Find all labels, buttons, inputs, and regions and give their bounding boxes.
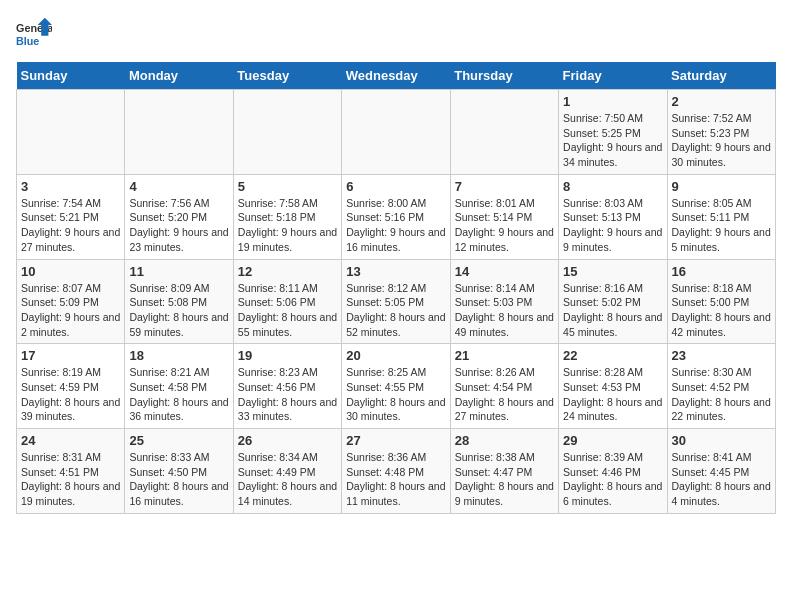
day-number: 5 bbox=[238, 179, 337, 194]
day-number: 20 bbox=[346, 348, 445, 363]
day-number: 15 bbox=[563, 264, 662, 279]
weekday-monday: Monday bbox=[125, 62, 233, 90]
day-info: Sunrise: 8:34 AM Sunset: 4:49 PM Dayligh… bbox=[238, 450, 337, 509]
day-number: 13 bbox=[346, 264, 445, 279]
weekday-friday: Friday bbox=[559, 62, 667, 90]
day-info: Sunrise: 7:56 AM Sunset: 5:20 PM Dayligh… bbox=[129, 196, 228, 255]
day-number: 30 bbox=[672, 433, 771, 448]
day-info: Sunrise: 8:26 AM Sunset: 4:54 PM Dayligh… bbox=[455, 365, 554, 424]
day-number: 19 bbox=[238, 348, 337, 363]
day-cell: 18Sunrise: 8:21 AM Sunset: 4:58 PM Dayli… bbox=[125, 344, 233, 429]
day-info: Sunrise: 8:41 AM Sunset: 4:45 PM Dayligh… bbox=[672, 450, 771, 509]
day-info: Sunrise: 8:14 AM Sunset: 5:03 PM Dayligh… bbox=[455, 281, 554, 340]
day-number: 14 bbox=[455, 264, 554, 279]
day-number: 22 bbox=[563, 348, 662, 363]
day-info: Sunrise: 8:19 AM Sunset: 4:59 PM Dayligh… bbox=[21, 365, 120, 424]
calendar-table: SundayMondayTuesdayWednesdayThursdayFrid… bbox=[16, 62, 776, 514]
weekday-saturday: Saturday bbox=[667, 62, 775, 90]
day-info: Sunrise: 8:39 AM Sunset: 4:46 PM Dayligh… bbox=[563, 450, 662, 509]
day-info: Sunrise: 8:21 AM Sunset: 4:58 PM Dayligh… bbox=[129, 365, 228, 424]
day-cell: 24Sunrise: 8:31 AM Sunset: 4:51 PM Dayli… bbox=[17, 429, 125, 514]
weekday-sunday: Sunday bbox=[17, 62, 125, 90]
day-cell: 19Sunrise: 8:23 AM Sunset: 4:56 PM Dayli… bbox=[233, 344, 341, 429]
day-info: Sunrise: 8:12 AM Sunset: 5:05 PM Dayligh… bbox=[346, 281, 445, 340]
weekday-header-row: SundayMondayTuesdayWednesdayThursdayFrid… bbox=[17, 62, 776, 90]
day-cell: 6Sunrise: 8:00 AM Sunset: 5:16 PM Daylig… bbox=[342, 174, 450, 259]
weekday-wednesday: Wednesday bbox=[342, 62, 450, 90]
day-info: Sunrise: 8:33 AM Sunset: 4:50 PM Dayligh… bbox=[129, 450, 228, 509]
header: GeneralBlue bbox=[16, 16, 776, 52]
day-number: 2 bbox=[672, 94, 771, 109]
day-cell bbox=[450, 90, 558, 175]
day-number: 9 bbox=[672, 179, 771, 194]
week-row-4: 17Sunrise: 8:19 AM Sunset: 4:59 PM Dayli… bbox=[17, 344, 776, 429]
day-number: 8 bbox=[563, 179, 662, 194]
day-cell: 30Sunrise: 8:41 AM Sunset: 4:45 PM Dayli… bbox=[667, 429, 775, 514]
day-info: Sunrise: 7:50 AM Sunset: 5:25 PM Dayligh… bbox=[563, 111, 662, 170]
day-number: 12 bbox=[238, 264, 337, 279]
day-info: Sunrise: 8:18 AM Sunset: 5:00 PM Dayligh… bbox=[672, 281, 771, 340]
day-cell: 2Sunrise: 7:52 AM Sunset: 5:23 PM Daylig… bbox=[667, 90, 775, 175]
day-number: 21 bbox=[455, 348, 554, 363]
day-cell: 22Sunrise: 8:28 AM Sunset: 4:53 PM Dayli… bbox=[559, 344, 667, 429]
day-cell: 17Sunrise: 8:19 AM Sunset: 4:59 PM Dayli… bbox=[17, 344, 125, 429]
day-cell: 12Sunrise: 8:11 AM Sunset: 5:06 PM Dayli… bbox=[233, 259, 341, 344]
day-number: 27 bbox=[346, 433, 445, 448]
day-cell: 9Sunrise: 8:05 AM Sunset: 5:11 PM Daylig… bbox=[667, 174, 775, 259]
day-cell: 5Sunrise: 7:58 AM Sunset: 5:18 PM Daylig… bbox=[233, 174, 341, 259]
day-cell: 28Sunrise: 8:38 AM Sunset: 4:47 PM Dayli… bbox=[450, 429, 558, 514]
day-cell: 23Sunrise: 8:30 AM Sunset: 4:52 PM Dayli… bbox=[667, 344, 775, 429]
week-row-2: 3Sunrise: 7:54 AM Sunset: 5:21 PM Daylig… bbox=[17, 174, 776, 259]
weekday-tuesday: Tuesday bbox=[233, 62, 341, 90]
day-info: Sunrise: 8:11 AM Sunset: 5:06 PM Dayligh… bbox=[238, 281, 337, 340]
day-info: Sunrise: 8:38 AM Sunset: 4:47 PM Dayligh… bbox=[455, 450, 554, 509]
day-info: Sunrise: 8:01 AM Sunset: 5:14 PM Dayligh… bbox=[455, 196, 554, 255]
day-cell: 16Sunrise: 8:18 AM Sunset: 5:00 PM Dayli… bbox=[667, 259, 775, 344]
week-row-5: 24Sunrise: 8:31 AM Sunset: 4:51 PM Dayli… bbox=[17, 429, 776, 514]
day-cell: 26Sunrise: 8:34 AM Sunset: 4:49 PM Dayli… bbox=[233, 429, 341, 514]
day-info: Sunrise: 8:25 AM Sunset: 4:55 PM Dayligh… bbox=[346, 365, 445, 424]
svg-text:Blue: Blue bbox=[16, 35, 39, 47]
day-number: 3 bbox=[21, 179, 120, 194]
weekday-thursday: Thursday bbox=[450, 62, 558, 90]
day-cell: 29Sunrise: 8:39 AM Sunset: 4:46 PM Dayli… bbox=[559, 429, 667, 514]
day-info: Sunrise: 8:16 AM Sunset: 5:02 PM Dayligh… bbox=[563, 281, 662, 340]
day-info: Sunrise: 8:05 AM Sunset: 5:11 PM Dayligh… bbox=[672, 196, 771, 255]
week-row-3: 10Sunrise: 8:07 AM Sunset: 5:09 PM Dayli… bbox=[17, 259, 776, 344]
day-cell: 10Sunrise: 8:07 AM Sunset: 5:09 PM Dayli… bbox=[17, 259, 125, 344]
day-cell: 4Sunrise: 7:56 AM Sunset: 5:20 PM Daylig… bbox=[125, 174, 233, 259]
day-number: 29 bbox=[563, 433, 662, 448]
day-cell: 15Sunrise: 8:16 AM Sunset: 5:02 PM Dayli… bbox=[559, 259, 667, 344]
day-cell: 27Sunrise: 8:36 AM Sunset: 4:48 PM Dayli… bbox=[342, 429, 450, 514]
day-cell: 13Sunrise: 8:12 AM Sunset: 5:05 PM Dayli… bbox=[342, 259, 450, 344]
day-info: Sunrise: 8:31 AM Sunset: 4:51 PM Dayligh… bbox=[21, 450, 120, 509]
day-info: Sunrise: 8:03 AM Sunset: 5:13 PM Dayligh… bbox=[563, 196, 662, 255]
day-info: Sunrise: 8:00 AM Sunset: 5:16 PM Dayligh… bbox=[346, 196, 445, 255]
day-cell: 21Sunrise: 8:26 AM Sunset: 4:54 PM Dayli… bbox=[450, 344, 558, 429]
day-info: Sunrise: 7:58 AM Sunset: 5:18 PM Dayligh… bbox=[238, 196, 337, 255]
day-number: 18 bbox=[129, 348, 228, 363]
day-cell: 14Sunrise: 8:14 AM Sunset: 5:03 PM Dayli… bbox=[450, 259, 558, 344]
day-cell bbox=[17, 90, 125, 175]
day-cell: 11Sunrise: 8:09 AM Sunset: 5:08 PM Dayli… bbox=[125, 259, 233, 344]
day-info: Sunrise: 8:36 AM Sunset: 4:48 PM Dayligh… bbox=[346, 450, 445, 509]
day-cell bbox=[233, 90, 341, 175]
day-cell: 3Sunrise: 7:54 AM Sunset: 5:21 PM Daylig… bbox=[17, 174, 125, 259]
day-info: Sunrise: 7:52 AM Sunset: 5:23 PM Dayligh… bbox=[672, 111, 771, 170]
day-info: Sunrise: 8:07 AM Sunset: 5:09 PM Dayligh… bbox=[21, 281, 120, 340]
logo-icon: GeneralBlue bbox=[16, 16, 52, 52]
day-number: 23 bbox=[672, 348, 771, 363]
day-number: 11 bbox=[129, 264, 228, 279]
day-number: 17 bbox=[21, 348, 120, 363]
day-number: 7 bbox=[455, 179, 554, 194]
day-info: Sunrise: 8:30 AM Sunset: 4:52 PM Dayligh… bbox=[672, 365, 771, 424]
day-number: 25 bbox=[129, 433, 228, 448]
day-cell bbox=[125, 90, 233, 175]
day-cell: 1Sunrise: 7:50 AM Sunset: 5:25 PM Daylig… bbox=[559, 90, 667, 175]
day-cell: 8Sunrise: 8:03 AM Sunset: 5:13 PM Daylig… bbox=[559, 174, 667, 259]
day-number: 26 bbox=[238, 433, 337, 448]
day-number: 16 bbox=[672, 264, 771, 279]
day-number: 4 bbox=[129, 179, 228, 194]
week-row-1: 1Sunrise: 7:50 AM Sunset: 5:25 PM Daylig… bbox=[17, 90, 776, 175]
day-info: Sunrise: 8:09 AM Sunset: 5:08 PM Dayligh… bbox=[129, 281, 228, 340]
